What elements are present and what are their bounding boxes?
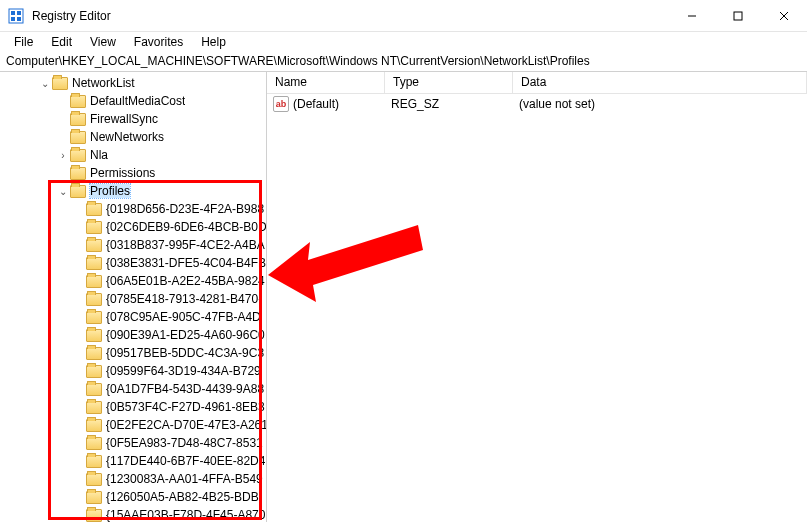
string-value-icon: ab bbox=[273, 96, 289, 112]
tree-label: {078C95AE-905C-47FB-A4D bbox=[106, 310, 261, 324]
column-header-type[interactable]: Type bbox=[385, 72, 513, 93]
tree-pane[interactable]: ⌄ NetworkList DefaultMediaCost FirewallS… bbox=[0, 72, 267, 522]
folder-icon bbox=[86, 491, 102, 504]
tree-item-profile-guid[interactable]: {0E2FE2CA-D70E-47E3-A261 bbox=[0, 416, 266, 434]
svg-rect-3 bbox=[11, 17, 15, 21]
tree-label: {09517BEB-5DDC-4C3A-9C3 bbox=[106, 346, 264, 360]
tree-item-profile-guid[interactable]: {090E39A1-ED25-4A60-96C0 bbox=[0, 326, 266, 344]
menubar: File Edit View Favorites Help bbox=[0, 32, 807, 52]
tree-item-profile-guid[interactable]: {117DE440-6B7F-40EE-82D4 bbox=[0, 452, 266, 470]
tree-item-profile-guid[interactable]: {038E3831-DFE5-4C04-B4FB bbox=[0, 254, 266, 272]
folder-icon bbox=[86, 257, 102, 270]
tree-label: NewNetworks bbox=[90, 130, 164, 144]
address-bar[interactable]: Computer\HKEY_LOCAL_MACHINE\SOFTWARE\Mic… bbox=[0, 52, 807, 72]
tree-label: {0B573F4C-F27D-4961-8EB3 bbox=[106, 400, 265, 414]
tree-label: FirewallSync bbox=[90, 112, 158, 126]
folder-icon bbox=[86, 329, 102, 342]
close-button[interactable] bbox=[761, 0, 807, 32]
tree-item-networklist[interactable]: ⌄ NetworkList bbox=[0, 74, 266, 92]
menu-favorites[interactable]: Favorites bbox=[126, 34, 191, 50]
tree-item-profile-guid[interactable]: {0F5EA983-7D48-48C7-8531 bbox=[0, 434, 266, 452]
tree-item-profile-guid[interactable]: {15AAE03B-F78D-4F45-A870 bbox=[0, 506, 266, 522]
tree-item-profile-guid[interactable]: {0785E418-7913-4281-B470- bbox=[0, 290, 266, 308]
tree-item-profile-guid[interactable]: {0198D656-D23E-4F2A-B988 bbox=[0, 200, 266, 218]
menu-edit[interactable]: Edit bbox=[43, 34, 80, 50]
tree-item-profile-guid[interactable]: {1230083A-AA01-4FFA-B549 bbox=[0, 470, 266, 488]
tree-item-profile-guid[interactable]: {0318B837-995F-4CE2-A4BA bbox=[0, 236, 266, 254]
folder-icon bbox=[86, 311, 102, 324]
svg-rect-2 bbox=[17, 11, 21, 15]
folder-icon bbox=[70, 149, 86, 162]
tree-item-newnetworks[interactable]: NewNetworks bbox=[0, 128, 266, 146]
svg-rect-4 bbox=[17, 17, 21, 21]
value-name: (Default) bbox=[293, 97, 339, 111]
tree-label: {15AAE03B-F78D-4F45-A870 bbox=[106, 508, 265, 522]
folder-icon bbox=[86, 293, 102, 306]
tree-item-profile-guid[interactable]: {078C95AE-905C-47FB-A4D bbox=[0, 308, 266, 326]
tree-item-defaultmediacost[interactable]: DefaultMediaCost bbox=[0, 92, 266, 110]
tree-label: {117DE440-6B7F-40EE-82D4 bbox=[106, 454, 265, 468]
tree-item-profile-guid[interactable]: {09599F64-3D19-434A-B729 bbox=[0, 362, 266, 380]
folder-icon bbox=[86, 221, 102, 234]
folder-icon bbox=[70, 185, 86, 198]
tree-item-firewallsync[interactable]: FirewallSync bbox=[0, 110, 266, 128]
folder-icon bbox=[70, 131, 86, 144]
menu-help[interactable]: Help bbox=[193, 34, 234, 50]
tree-label: {0A1D7FB4-543D-4439-9A88 bbox=[106, 382, 264, 396]
folder-icon bbox=[86, 401, 102, 414]
window-title: Registry Editor bbox=[32, 9, 669, 23]
column-header-data[interactable]: Data bbox=[513, 72, 807, 93]
chevron-down-icon[interactable]: ⌄ bbox=[56, 186, 70, 197]
tree-label: Nla bbox=[90, 148, 108, 162]
tree-label: {126050A5-AB82-4B25-BDB bbox=[106, 490, 259, 504]
tree-label: {0198D656-D23E-4F2A-B988 bbox=[106, 202, 264, 216]
tree-item-profile-guid[interactable]: {126050A5-AB82-4B25-BDB bbox=[0, 488, 266, 506]
tree-item-profile-guid[interactable]: {0B573F4C-F27D-4961-8EB3 bbox=[0, 398, 266, 416]
folder-icon bbox=[70, 167, 86, 180]
tree-label: {06A5E01B-A2E2-45BA-9824 bbox=[106, 274, 265, 288]
app-icon bbox=[8, 8, 24, 24]
tree-item-profile-guid[interactable]: {06A5E01B-A2E2-45BA-9824 bbox=[0, 272, 266, 290]
tree-label: {0318B837-995F-4CE2-A4BA bbox=[106, 238, 265, 252]
folder-icon bbox=[86, 437, 102, 450]
value-data: (value not set) bbox=[513, 97, 807, 111]
folder-icon bbox=[86, 239, 102, 252]
folder-icon bbox=[86, 455, 102, 468]
maximize-button[interactable] bbox=[715, 0, 761, 32]
tree-label: DefaultMediaCost bbox=[90, 94, 185, 108]
menu-view[interactable]: View bbox=[82, 34, 124, 50]
chevron-down-icon[interactable]: ⌄ bbox=[38, 78, 52, 89]
menu-file[interactable]: File bbox=[6, 34, 41, 50]
column-header-name[interactable]: Name bbox=[267, 72, 385, 93]
tree-item-profile-guid[interactable]: {09517BEB-5DDC-4C3A-9C3 bbox=[0, 344, 266, 362]
tree-label: {0785E418-7913-4281-B470- bbox=[106, 292, 262, 306]
tree-label: Profiles bbox=[90, 184, 130, 198]
tree-label: {0F5EA983-7D48-48C7-8531 bbox=[106, 436, 263, 450]
content-area: ⌄ NetworkList DefaultMediaCost FirewallS… bbox=[0, 72, 807, 522]
folder-icon bbox=[86, 365, 102, 378]
tree-item-profile-guid[interactable]: {02C6DEB9-6DE6-4BCB-B0D bbox=[0, 218, 266, 236]
tree-item-permissions[interactable]: Permissions bbox=[0, 164, 266, 182]
list-pane: Name Type Data ab (Default) REG_SZ (valu… bbox=[267, 72, 807, 522]
folder-icon bbox=[86, 509, 102, 522]
folder-icon bbox=[86, 347, 102, 360]
list-row[interactable]: ab (Default) REG_SZ (value not set) bbox=[267, 94, 807, 114]
tree-label: {090E39A1-ED25-4A60-96C0 bbox=[106, 328, 265, 342]
folder-icon bbox=[52, 77, 68, 90]
svg-rect-6 bbox=[734, 12, 742, 20]
folder-icon bbox=[86, 275, 102, 288]
tree-item-nla[interactable]: › Nla bbox=[0, 146, 266, 164]
tree-item-profiles[interactable]: ⌄ Profiles bbox=[0, 182, 266, 200]
value-type: REG_SZ bbox=[385, 97, 513, 111]
tree-label: {038E3831-DFE5-4C04-B4FB bbox=[106, 256, 266, 270]
folder-icon bbox=[70, 113, 86, 126]
folder-icon bbox=[86, 473, 102, 486]
tree-label: Permissions bbox=[90, 166, 155, 180]
svg-rect-1 bbox=[11, 11, 15, 15]
address-text: Computer\HKEY_LOCAL_MACHINE\SOFTWARE\Mic… bbox=[6, 54, 590, 68]
tree-item-profile-guid[interactable]: {0A1D7FB4-543D-4439-9A88 bbox=[0, 380, 266, 398]
window-controls bbox=[669, 0, 807, 32]
minimize-button[interactable] bbox=[669, 0, 715, 32]
tree-label: {1230083A-AA01-4FFA-B549 bbox=[106, 472, 263, 486]
chevron-right-icon[interactable]: › bbox=[56, 150, 70, 161]
